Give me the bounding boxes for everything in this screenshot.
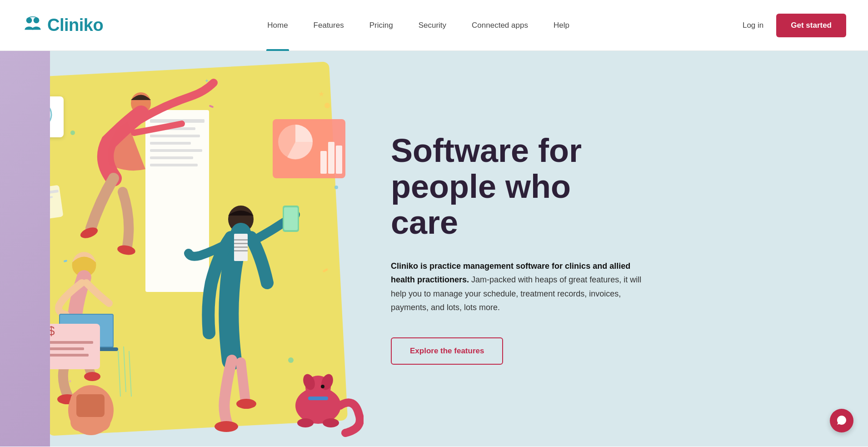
svg-point-32 bbox=[236, 399, 256, 409]
svg-point-39 bbox=[297, 418, 314, 427]
svg-point-19 bbox=[84, 372, 100, 381]
explore-features-button[interactable]: Explore the features bbox=[391, 337, 503, 365]
svg-point-59 bbox=[324, 103, 330, 108]
svg-rect-53 bbox=[48, 347, 84, 350]
svg-point-40 bbox=[323, 418, 339, 427]
purple-strip bbox=[0, 51, 50, 447]
svg-rect-30 bbox=[234, 250, 248, 251]
hero-title: Software for people who care bbox=[391, 133, 645, 241]
svg-point-58 bbox=[70, 131, 75, 135]
svg-rect-6 bbox=[150, 135, 200, 137]
nav-item-connected-apps[interactable]: Connected apps bbox=[459, 0, 541, 51]
svg-rect-47 bbox=[320, 151, 327, 174]
hero-svg: $ ★ ✦ ✦ bbox=[0, 51, 364, 447]
nav-item-security[interactable]: Security bbox=[406, 0, 459, 51]
logo-icon bbox=[22, 15, 44, 36]
svg-point-1 bbox=[34, 17, 40, 23]
nav-item-help[interactable]: Help bbox=[541, 0, 582, 51]
logo-link[interactable]: Cliniko bbox=[22, 15, 103, 36]
hero-description: Cliniko is practice management software … bbox=[391, 259, 645, 315]
svg-rect-48 bbox=[328, 142, 334, 174]
svg-rect-27 bbox=[234, 239, 248, 241]
chat-icon bbox=[836, 415, 848, 427]
nav-item-pricing[interactable]: Pricing bbox=[357, 0, 406, 51]
hero-content: Software for people who care Cliniko is … bbox=[364, 51, 682, 447]
svg-rect-22 bbox=[76, 394, 105, 417]
svg-point-62 bbox=[288, 357, 294, 363]
svg-rect-7 bbox=[150, 142, 191, 145]
svg-rect-28 bbox=[234, 243, 248, 244]
svg-text:✦: ✦ bbox=[205, 78, 209, 84]
site-header: Cliniko Home Features Pricing Security C… bbox=[0, 0, 868, 51]
login-link[interactable]: Log in bbox=[733, 21, 773, 30]
svg-rect-54 bbox=[48, 354, 89, 357]
svg-text:★: ★ bbox=[318, 90, 324, 98]
svg-rect-38 bbox=[308, 397, 328, 400]
svg-point-37 bbox=[321, 385, 324, 388]
main-nav: Home Features Pricing Security Connected… bbox=[254, 0, 582, 51]
nav-right: Log in Get started bbox=[733, 14, 846, 37]
svg-rect-49 bbox=[336, 146, 342, 174]
svg-point-31 bbox=[215, 421, 238, 432]
svg-text:✦: ✦ bbox=[68, 379, 72, 384]
svg-rect-52 bbox=[48, 341, 93, 344]
chat-widget[interactable] bbox=[830, 409, 853, 432]
svg-rect-8 bbox=[150, 149, 202, 152]
nav-item-features[interactable]: Features bbox=[301, 0, 357, 51]
logo-text: Cliniko bbox=[47, 15, 103, 35]
svg-rect-29 bbox=[234, 246, 248, 248]
hero-section: $ ★ ✦ ✦ bbox=[0, 51, 868, 447]
svg-point-0 bbox=[26, 17, 32, 23]
svg-point-60 bbox=[334, 186, 338, 189]
svg-rect-10 bbox=[150, 164, 198, 166]
hero-illustration: $ ★ ✦ ✦ bbox=[0, 51, 364, 447]
svg-rect-9 bbox=[150, 156, 193, 159]
svg-rect-25 bbox=[284, 207, 298, 230]
nav-item-home[interactable]: Home bbox=[254, 0, 300, 51]
get-started-button[interactable]: Get started bbox=[776, 14, 846, 37]
